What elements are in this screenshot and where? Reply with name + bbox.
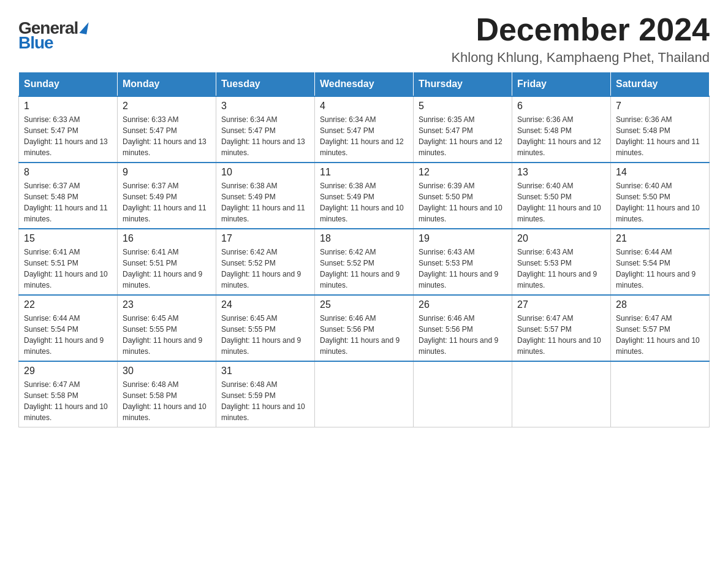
week-row-3: 15 Sunrise: 6:41 AM Sunset: 5:51 PM Dayl…	[19, 229, 710, 295]
week-row-2: 8 Sunrise: 6:37 AM Sunset: 5:48 PM Dayli…	[19, 163, 710, 229]
calendar-cell: 16 Sunrise: 6:41 AM Sunset: 5:51 PM Dayl…	[118, 229, 216, 295]
header-friday: Friday	[512, 72, 611, 97]
calendar-table: Sunday Monday Tuesday Wednesday Thursday…	[18, 72, 710, 427]
day-info: Sunrise: 6:38 AM Sunset: 5:49 PM Dayligh…	[320, 180, 408, 224]
calendar-cell: 6 Sunrise: 6:36 AM Sunset: 5:48 PM Dayli…	[512, 96, 611, 163]
calendar-cell: 9 Sunrise: 6:37 AM Sunset: 5:49 PM Dayli…	[118, 163, 216, 229]
day-info: Sunrise: 6:44 AM Sunset: 5:54 PM Dayligh…	[616, 247, 704, 291]
day-number: 29	[24, 366, 112, 377]
day-info: Sunrise: 6:44 AM Sunset: 5:54 PM Dayligh…	[24, 313, 112, 357]
week-row-4: 22 Sunrise: 6:44 AM Sunset: 5:54 PM Dayl…	[19, 295, 710, 361]
day-info: Sunrise: 6:38 AM Sunset: 5:49 PM Dayligh…	[221, 180, 309, 224]
calendar-cell: 8 Sunrise: 6:37 AM Sunset: 5:48 PM Dayli…	[19, 163, 118, 229]
calendar-cell: 25 Sunrise: 6:46 AM Sunset: 5:56 PM Dayl…	[315, 295, 414, 361]
calendar-cell: 17 Sunrise: 6:42 AM Sunset: 5:52 PM Dayl…	[216, 229, 315, 295]
day-info: Sunrise: 6:47 AM Sunset: 5:57 PM Dayligh…	[616, 313, 704, 357]
calendar-cell: 4 Sunrise: 6:34 AM Sunset: 5:47 PM Dayli…	[315, 96, 414, 163]
calendar-cell: 1 Sunrise: 6:33 AM Sunset: 5:47 PM Dayli…	[19, 96, 118, 163]
calendar-cell: 23 Sunrise: 6:45 AM Sunset: 5:55 PM Dayl…	[118, 295, 216, 361]
day-number: 10	[221, 167, 309, 178]
day-number: 9	[123, 167, 211, 178]
day-number: 1	[24, 101, 112, 112]
day-number: 18	[320, 233, 408, 244]
calendar-cell: 30 Sunrise: 6:48 AM Sunset: 5:58 PM Dayl…	[118, 361, 216, 427]
day-info: Sunrise: 6:36 AM Sunset: 5:48 PM Dayligh…	[616, 114, 704, 158]
day-number: 11	[320, 167, 408, 178]
day-number: 30	[123, 366, 211, 377]
day-info: Sunrise: 6:42 AM Sunset: 5:52 PM Dayligh…	[320, 247, 408, 291]
calendar-cell: 14 Sunrise: 6:40 AM Sunset: 5:50 PM Dayl…	[611, 163, 710, 229]
day-number: 17	[221, 233, 309, 244]
day-number: 24	[221, 299, 309, 310]
day-info: Sunrise: 6:46 AM Sunset: 5:56 PM Dayligh…	[419, 313, 507, 357]
header-tuesday: Tuesday	[216, 72, 315, 97]
day-info: Sunrise: 6:37 AM Sunset: 5:49 PM Dayligh…	[123, 180, 211, 224]
header-thursday: Thursday	[414, 72, 512, 97]
calendar-cell	[512, 361, 611, 427]
calendar-cell: 24 Sunrise: 6:45 AM Sunset: 5:55 PM Dayl…	[216, 295, 315, 361]
day-number: 13	[517, 167, 605, 178]
day-number: 7	[616, 101, 704, 112]
day-info: Sunrise: 6:41 AM Sunset: 5:51 PM Dayligh…	[24, 247, 112, 291]
week-row-1: 1 Sunrise: 6:33 AM Sunset: 5:47 PM Dayli…	[19, 96, 710, 163]
calendar-cell: 11 Sunrise: 6:38 AM Sunset: 5:49 PM Dayl…	[315, 163, 414, 229]
day-number: 25	[320, 299, 408, 310]
day-number: 28	[616, 299, 704, 310]
week-row-5: 29 Sunrise: 6:47 AM Sunset: 5:58 PM Dayl…	[19, 361, 710, 427]
day-number: 12	[419, 167, 507, 178]
day-info: Sunrise: 6:48 AM Sunset: 5:58 PM Dayligh…	[123, 379, 211, 423]
day-info: Sunrise: 6:45 AM Sunset: 5:55 PM Dayligh…	[221, 313, 309, 357]
day-number: 4	[320, 101, 408, 112]
day-number: 19	[419, 233, 507, 244]
calendar-cell: 7 Sunrise: 6:36 AM Sunset: 5:48 PM Dayli…	[611, 96, 710, 163]
day-info: Sunrise: 6:34 AM Sunset: 5:47 PM Dayligh…	[320, 114, 408, 158]
calendar-cell: 26 Sunrise: 6:46 AM Sunset: 5:56 PM Dayl…	[414, 295, 512, 361]
day-number: 8	[24, 167, 112, 178]
title-area: December 2024 Khlong Khlung, Kamphaeng P…	[451, 12, 710, 66]
day-number: 27	[517, 299, 605, 310]
calendar-cell: 15 Sunrise: 6:41 AM Sunset: 5:51 PM Dayl…	[19, 229, 118, 295]
day-number: 5	[419, 101, 507, 112]
calendar-cell: 18 Sunrise: 6:42 AM Sunset: 5:52 PM Dayl…	[315, 229, 414, 295]
header-wednesday: Wednesday	[315, 72, 414, 97]
day-info: Sunrise: 6:46 AM Sunset: 5:56 PM Dayligh…	[320, 313, 408, 357]
day-info: Sunrise: 6:40 AM Sunset: 5:50 PM Dayligh…	[616, 180, 704, 224]
day-info: Sunrise: 6:40 AM Sunset: 5:50 PM Dayligh…	[517, 180, 605, 224]
header-saturday: Saturday	[611, 72, 710, 97]
calendar-cell	[315, 361, 414, 427]
header-sunday: Sunday	[19, 72, 118, 97]
day-number: 20	[517, 233, 605, 244]
calendar-cell: 22 Sunrise: 6:44 AM Sunset: 5:54 PM Dayl…	[19, 295, 118, 361]
calendar-cell: 12 Sunrise: 6:39 AM Sunset: 5:50 PM Dayl…	[414, 163, 512, 229]
logo: General Blue	[18, 18, 88, 53]
calendar-cell: 2 Sunrise: 6:33 AM Sunset: 5:47 PM Dayli…	[118, 96, 216, 163]
month-year-title: December 2024	[451, 12, 710, 47]
day-info: Sunrise: 6:43 AM Sunset: 5:53 PM Dayligh…	[419, 247, 507, 291]
logo-blue-text: Blue	[18, 33, 53, 53]
day-info: Sunrise: 6:39 AM Sunset: 5:50 PM Dayligh…	[419, 180, 507, 224]
calendar-cell: 29 Sunrise: 6:47 AM Sunset: 5:58 PM Dayl…	[19, 361, 118, 427]
day-info: Sunrise: 6:45 AM Sunset: 5:55 PM Dayligh…	[123, 313, 211, 357]
calendar-cell	[611, 361, 710, 427]
calendar-cell: 21 Sunrise: 6:44 AM Sunset: 5:54 PM Dayl…	[611, 229, 710, 295]
day-info: Sunrise: 6:36 AM Sunset: 5:48 PM Dayligh…	[517, 114, 605, 158]
day-number: 26	[419, 299, 507, 310]
day-info: Sunrise: 6:34 AM Sunset: 5:47 PM Dayligh…	[221, 114, 309, 158]
day-number: 23	[123, 299, 211, 310]
day-number: 31	[221, 366, 309, 377]
calendar-cell: 3 Sunrise: 6:34 AM Sunset: 5:47 PM Dayli…	[216, 96, 315, 163]
day-info: Sunrise: 6:48 AM Sunset: 5:59 PM Dayligh…	[221, 379, 309, 423]
calendar-cell: 13 Sunrise: 6:40 AM Sunset: 5:50 PM Dayl…	[512, 163, 611, 229]
day-info: Sunrise: 6:35 AM Sunset: 5:47 PM Dayligh…	[419, 114, 507, 158]
calendar-header-row: Sunday Monday Tuesday Wednesday Thursday…	[19, 72, 710, 97]
calendar-cell: 20 Sunrise: 6:43 AM Sunset: 5:53 PM Dayl…	[512, 229, 611, 295]
calendar-cell: 5 Sunrise: 6:35 AM Sunset: 5:47 PM Dayli…	[414, 96, 512, 163]
day-info: Sunrise: 6:47 AM Sunset: 5:58 PM Dayligh…	[24, 379, 112, 423]
calendar-cell: 31 Sunrise: 6:48 AM Sunset: 5:59 PM Dayl…	[216, 361, 315, 427]
day-info: Sunrise: 6:42 AM Sunset: 5:52 PM Dayligh…	[221, 247, 309, 291]
day-number: 16	[123, 233, 211, 244]
day-info: Sunrise: 6:33 AM Sunset: 5:47 PM Dayligh…	[24, 114, 112, 158]
day-number: 3	[221, 101, 309, 112]
calendar-cell	[414, 361, 512, 427]
calendar-cell: 28 Sunrise: 6:47 AM Sunset: 5:57 PM Dayl…	[611, 295, 710, 361]
